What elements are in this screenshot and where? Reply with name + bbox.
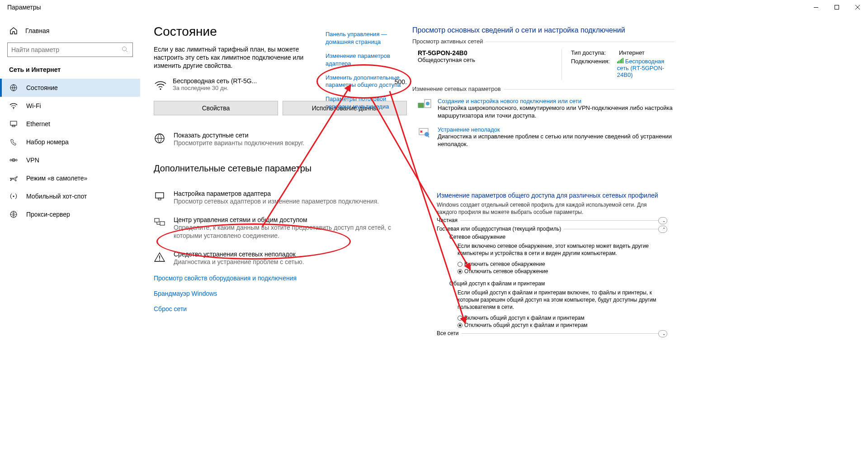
radio-icon [458, 316, 462, 321]
group-label: Частная [437, 217, 460, 223]
network-center-row[interactable]: Центр управления сетями и общим доступом… [154, 216, 407, 240]
svg-point-7 [13, 108, 14, 109]
radio-label: Включить сетевое обнаружение [464, 261, 545, 267]
access-type-label: Тип доступа: [571, 49, 612, 56]
svg-point-10 [10, 159, 12, 161]
troubleshoot-row[interactable]: Средство устранения сетевых неполадок Ди… [154, 251, 407, 266]
status-icon [9, 83, 18, 92]
chevron-down-icon[interactable]: ⌄ [658, 330, 667, 337]
task-title: Создание и настройка нового подключения … [438, 98, 675, 104]
reset-link[interactable]: Сброс сети [154, 305, 407, 312]
svg-rect-0 [814, 7, 818, 8]
svg-point-16 [160, 88, 161, 90]
task-sub: Диагностика и исправление проблем с сеть… [438, 133, 675, 148]
firewall-link[interactable]: Брандмауэр Windows [154, 290, 407, 297]
cp-streaming-link[interactable]: Параметры потоковой передачи мультимедиа [326, 95, 407, 111]
cp-adapter-link[interactable]: Изменение параметров адаптера [326, 52, 407, 68]
discovery-off-radio[interactable]: Отключить сетевое обнаружение [437, 268, 667, 275]
window-controls [806, 0, 868, 14]
properties-button[interactable]: Свойства [154, 101, 278, 115]
search-box[interactable] [7, 43, 133, 57]
nav-item-wifi[interactable]: Wi-Fi [0, 97, 140, 115]
row-sub: Просмотрите варианты подключения вокруг. [174, 139, 304, 147]
network-name: RT-5GPON-24B0 [418, 49, 552, 57]
network-type: Общедоступная сеть [418, 57, 552, 63]
network-center-panel: Просмотр основных сведений о сети и наст… [412, 26, 675, 155]
search-icon [122, 46, 129, 53]
nav-label: Wi-Fi [26, 102, 41, 109]
titlebar: Параметры [0, 0, 868, 14]
adapter-settings-row[interactable]: Настройка параметров адаптера Просмотр с… [154, 190, 407, 205]
dialup-icon [9, 137, 18, 147]
proxy-icon [9, 210, 18, 219]
search-input[interactable] [11, 46, 122, 53]
new-connection-task[interactable]: Создание и настройка нового подключения … [412, 98, 675, 120]
svg-point-31 [426, 102, 429, 105]
nav-label: Состояние [26, 84, 58, 91]
maximize-button[interactable] [826, 0, 847, 14]
file-sharing-heading: Общий доступ к файлам и принтерам [437, 279, 667, 289]
discovery-text: Если включено сетевое обнаружение, этот … [437, 243, 667, 260]
nav-label: Набор номера [26, 138, 69, 146]
signal-icon [617, 58, 623, 63]
nav-item-proxy[interactable]: Прокси-сервер [0, 205, 140, 223]
chevron-up-icon[interactable]: ⌃ [658, 226, 667, 233]
task-sub: Настройка широкополосного, коммутируемог… [438, 104, 675, 120]
chevron-down-icon[interactable]: ⌄ [658, 217, 667, 224]
hotspot-icon [9, 192, 18, 201]
settings-sidebar: Главная Сеть и Интернет Состояние Wi-Fi … [0, 14, 140, 223]
row-title: Настройка параметров адаптера [174, 190, 379, 197]
description: Если у вас лимитный тарифный план, вы мо… [154, 45, 330, 70]
guest-profile-group: Гостевая или общедоступная (текущий проф… [437, 229, 667, 332]
connections-link[interactable]: Беспроводная сеть (RT-5GPON-24B0) [617, 58, 675, 78]
airplane-icon [9, 174, 18, 183]
nav-item-airplane[interactable]: Режим «в самолете» [0, 169, 140, 187]
new-connection-icon [418, 98, 431, 109]
nav-item-dialup[interactable]: Набор номера [0, 133, 140, 151]
discovery-on-radio[interactable]: Включить сетевое обнаружение [437, 260, 667, 268]
control-panel-sidebar: Панель управления — домашняя страница Из… [326, 31, 407, 117]
radio-label: Отключить общий доступ к файлам и принте… [464, 322, 588, 328]
row-sub: Диагностика и устранение проблем с сетью… [174, 258, 304, 266]
svg-rect-24 [617, 62, 618, 63]
nav-item-status[interactable]: Состояние [0, 79, 140, 97]
radio-label: Включить общий доступ к файлам и принтер… [464, 315, 585, 321]
group-label: Гостевая или общедоступная (текущий проф… [437, 226, 564, 232]
cp-home-link[interactable]: Панель управления — домашняя страница [326, 31, 407, 46]
troubleshoot-task[interactable]: Устранение неполадок Диагностика и испра… [412, 126, 675, 148]
nav-label: VPN [26, 156, 39, 164]
radio-selected-icon [458, 269, 462, 274]
connections-label: Подключения: [571, 58, 610, 78]
group-label: Просмотр активных сетей [412, 38, 486, 45]
svg-rect-27 [621, 59, 622, 63]
available-networks-row[interactable]: Показать доступные сети Просмотрите вари… [154, 132, 407, 147]
close-button[interactable] [847, 0, 868, 14]
nav-item-ethernet[interactable]: Ethernet [0, 115, 140, 133]
wifi-icon [154, 78, 167, 92]
home-link[interactable]: Главная [0, 24, 140, 43]
svg-point-23 [159, 260, 160, 260]
hardware-link[interactable]: Просмотр свойств оборудования и подключе… [154, 275, 407, 282]
svg-line-5 [126, 51, 128, 52]
minimize-button[interactable] [806, 0, 826, 14]
row-title: Показать доступные сети [174, 132, 304, 139]
sharing-off-radio[interactable]: Отключить общий доступ к файлам и принте… [437, 322, 667, 329]
nav-label: Прокси-сервер [26, 211, 70, 218]
radio-selected-icon [458, 323, 462, 328]
access-type-value: Интернет [619, 49, 645, 56]
network-center-icon [154, 217, 165, 229]
row-sub: Просмотр сетевых адаптеров и изменение п… [174, 197, 379, 205]
active-networks-group: Просмотр активных сетей RT-5GPON-24B0 Об… [412, 42, 675, 85]
svg-point-14 [13, 196, 14, 197]
troubleshoot-icon [418, 126, 431, 138]
nav-item-hotspot[interactable]: Мобильный хот-спот [0, 187, 140, 205]
all-networks-group[interactable]: Все сети ⌄ [437, 333, 667, 341]
nav-item-vpn[interactable]: VPN [0, 151, 140, 169]
sharing-on-radio[interactable]: Включить общий доступ к файлам и принтер… [437, 314, 667, 322]
svg-rect-29 [418, 103, 424, 108]
svg-rect-1 [835, 5, 839, 9]
row-title: Центр управления сетями и общим доступом [174, 216, 407, 223]
cp-advanced-sharing-link[interactable]: Изменить дополнительные параметры общего… [326, 74, 407, 90]
row-title: Средство устранения сетевых неполадок [174, 251, 304, 258]
nav-label: Режим «в самолете» [26, 175, 87, 182]
